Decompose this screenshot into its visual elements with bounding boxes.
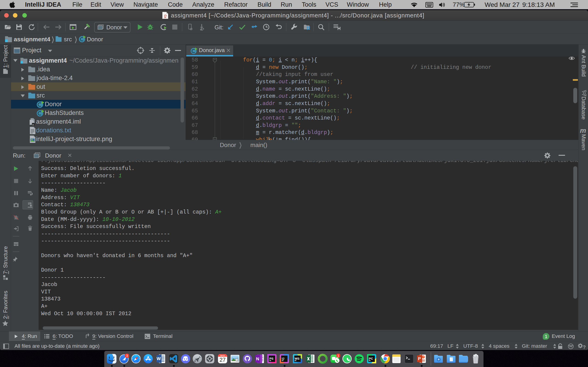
svg-text:?: ? <box>583 344 586 349</box>
svg-text:W: W <box>157 356 161 361</box>
svg-text:MAR: MAR <box>220 354 225 357</box>
svg-text:1: 1 <box>337 354 339 358</box>
svg-text:WS: WS <box>295 357 300 360</box>
svg-text:IJ: IJ <box>282 357 284 360</box>
svg-text:PS: PS <box>269 357 274 360</box>
svg-text:N: N <box>256 357 259 361</box>
svg-text:PC: PC <box>369 357 373 360</box>
svg-text:P: P <box>418 357 421 361</box>
svg-text:3: 3 <box>126 354 128 358</box>
svg-text:27: 27 <box>220 357 226 363</box>
